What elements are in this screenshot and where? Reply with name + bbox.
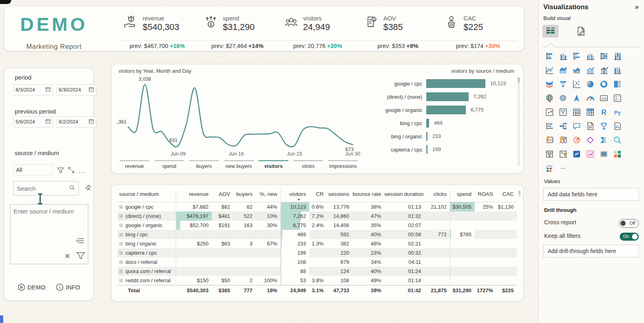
expand-row-icon[interactable]: ⊞ bbox=[119, 278, 123, 283]
visual-icon-azure-map[interactable] bbox=[572, 93, 581, 103]
expand-row-icon[interactable]: ⊞ bbox=[119, 250, 123, 256]
visual-icon-line-and-stacked-column-chart[interactable] bbox=[585, 65, 595, 75]
col-header-sessions[interactable]: sessions bbox=[327, 189, 352, 202]
source-medium-textarea[interactable]: Enter source / medium ✕ bbox=[10, 204, 88, 264]
col-header-session-duration[interactable]: session duration bbox=[384, 189, 424, 202]
collapse-pane-icon[interactable]: » bbox=[634, 2, 639, 11]
col-header-AOV[interactable]: AOV bbox=[212, 189, 233, 202]
visual-icon-key-influencers[interactable] bbox=[545, 121, 554, 131]
visual-icon-multi-row-card[interactable] bbox=[612, 93, 622, 103]
period-end-input[interactable]: 6/30/2024 bbox=[56, 84, 96, 96]
visual-icon-clustered-column-chart[interactable] bbox=[585, 51, 595, 61]
bar[interactable] bbox=[426, 106, 466, 114]
calendar-icon[interactable] bbox=[46, 119, 51, 125]
visual-icon-waterfall-chart[interactable] bbox=[545, 79, 554, 89]
more-options-icon[interactable]: ··· bbox=[78, 170, 86, 175]
bar-row-bing-cpc[interactable]: bing / cpc 469 bbox=[375, 118, 487, 128]
focus-mode-icon[interactable] bbox=[68, 166, 75, 175]
visual-icon-custom-visual-2[interactable] bbox=[545, 163, 554, 173]
visual-icon-decomposition-tree[interactable] bbox=[558, 121, 568, 131]
tab-visitors[interactable]: visitors bbox=[256, 160, 291, 169]
expand-row-icon[interactable]: ⊞ bbox=[119, 204, 123, 210]
calendar-icon[interactable] bbox=[89, 87, 94, 93]
source-medium-dropdown[interactable]: All bbox=[13, 164, 53, 175]
visual-icon-metrics-visual[interactable] bbox=[599, 121, 608, 131]
demo-button[interactable]: DEMO bbox=[18, 283, 46, 291]
visual-icon-paginated-report[interactable] bbox=[612, 121, 622, 131]
dedent-list-icon[interactable] bbox=[75, 237, 85, 246]
table-row-label[interactable]: ⊞docs / referral bbox=[117, 257, 176, 267]
bar-row-bing-organic[interactable]: bing / organic 233 bbox=[375, 132, 487, 141]
previous-start-input[interactable]: 5/6/2024 bbox=[13, 116, 53, 128]
cross-report-toggle[interactable]: Off bbox=[619, 219, 639, 228]
expand-row-icon[interactable]: ⊞ bbox=[119, 232, 123, 237]
col-header-visitors[interactable]: visitors▼ bbox=[280, 189, 309, 202]
table-row-label[interactable]: ⊞capterra / cpc bbox=[117, 248, 176, 257]
visual-icon-qa-visual[interactable] bbox=[572, 121, 581, 131]
visual-icon-table[interactable] bbox=[572, 107, 581, 117]
col-header-CR[interactable]: CR bbox=[309, 189, 327, 202]
bar-row--direct-none-[interactable]: (direct) / (none) 7,262 bbox=[375, 92, 487, 102]
col-header-spend[interactable]: spend bbox=[450, 189, 475, 202]
apply-filter-funnel-icon[interactable] bbox=[76, 251, 85, 261]
bar-row-capterra-cpc[interactable]: capterra / cpc 199 bbox=[375, 145, 487, 154]
values-field-well[interactable]: Add data fields here bbox=[543, 188, 639, 201]
bar[interactable] bbox=[426, 145, 427, 154]
visual-icon-card[interactable]: 123 bbox=[599, 93, 608, 103]
tab-clicks[interactable]: clicks bbox=[291, 160, 326, 169]
visual-icon-slicer[interactable] bbox=[558, 107, 568, 117]
drill-through-field-well[interactable]: Add drill-through fields here bbox=[543, 245, 639, 257]
visual-icon-gauge[interactable] bbox=[585, 93, 595, 103]
tab-new-buyers[interactable]: new buyers bbox=[221, 160, 256, 169]
visual-icon-smart-narrative[interactable] bbox=[585, 121, 595, 131]
search-icon[interactable] bbox=[69, 185, 75, 192]
tab-spend[interactable]: spend bbox=[152, 160, 187, 169]
info-button[interactable]: INFO bbox=[56, 283, 80, 291]
previous-end-input[interactable]: 6/2/2024 bbox=[56, 116, 96, 128]
visual-icon-new-card-visual[interactable]: 123 bbox=[545, 135, 554, 145]
visual-icon-python-visual[interactable]: Py bbox=[612, 107, 622, 117]
visual-icon-stacked-bar-chart[interactable] bbox=[545, 51, 554, 61]
bar-row-google-organic[interactable]: google / organic 6,775 bbox=[375, 105, 487, 115]
expand-row-icon[interactable]: ⊞ bbox=[119, 259, 123, 265]
visual-icon-line-chart[interactable] bbox=[545, 65, 554, 75]
visual-icon-donut-chart[interactable] bbox=[599, 79, 608, 89]
expand-row-icon[interactable]: ⊞ bbox=[119, 241, 123, 247]
visual-icon-get-more-visuals[interactable]: ··· bbox=[558, 163, 568, 173]
visual-icon-azure-custom-visual[interactable] bbox=[572, 149, 581, 159]
keep-all-filters-toggle[interactable]: On bbox=[620, 233, 639, 241]
visual-icon-arcgis-map[interactable] bbox=[572, 135, 581, 145]
tab-revenue[interactable]: revenue bbox=[117, 160, 152, 169]
visual-icon-area-chart[interactable] bbox=[558, 65, 568, 75]
tab-impressions[interactable]: impressions bbox=[326, 160, 360, 169]
format-visual-tab[interactable] bbox=[573, 25, 589, 38]
visual-icon-pie-chart[interactable] bbox=[585, 79, 595, 89]
visual-icon-hundred-stacked-column-chart[interactable] bbox=[612, 51, 622, 61]
visual-icon-map[interactable] bbox=[545, 93, 554, 103]
expand-row-icon[interactable]: ⊞ bbox=[119, 269, 123, 274]
filter-funnel-icon[interactable] bbox=[57, 166, 64, 175]
visual-icon-line-and-clustered-column-chart[interactable] bbox=[599, 65, 608, 75]
calendar-icon[interactable] bbox=[89, 119, 94, 125]
table-row-label[interactable]: ⊞google / cpc bbox=[117, 202, 176, 211]
visual-icon-qa-search-visual[interactable] bbox=[612, 135, 622, 145]
visual-icon-treemap[interactable] bbox=[612, 79, 622, 89]
expand-row-icon[interactable]: ⊞ bbox=[119, 213, 123, 219]
table-row-label[interactable]: ⊞(direct) / (none) bbox=[117, 211, 176, 221]
visual-icon-power-apps-visual[interactable] bbox=[585, 135, 595, 145]
visual-icon-matrix[interactable] bbox=[585, 107, 595, 117]
table-row-label[interactable]: ⊞reddit.com / referral bbox=[117, 276, 176, 285]
build-visual-tab[interactable] bbox=[543, 25, 559, 38]
col-header-source-medium[interactable]: source / medium bbox=[117, 189, 176, 202]
bar[interactable] bbox=[426, 119, 429, 128]
table-row-label[interactable]: ⊞bing / cpc bbox=[117, 230, 176, 239]
visual-icon-frame-custom-visual[interactable] bbox=[599, 149, 608, 159]
visual-icon-power-automate-visual[interactable] bbox=[599, 135, 608, 145]
visual-icon-report-slicer-visual[interactable] bbox=[545, 149, 554, 159]
table-row-label[interactable]: ⊞google / organic bbox=[117, 221, 176, 230]
visual-icon-ribbon-chart[interactable] bbox=[612, 65, 622, 75]
visual-icon-funnel-chart[interactable] bbox=[558, 79, 568, 89]
bar-chart-scrollbar[interactable] bbox=[518, 77, 520, 166]
bar[interactable] bbox=[426, 132, 427, 141]
col-header-clicks[interactable]: clicks bbox=[424, 189, 450, 202]
